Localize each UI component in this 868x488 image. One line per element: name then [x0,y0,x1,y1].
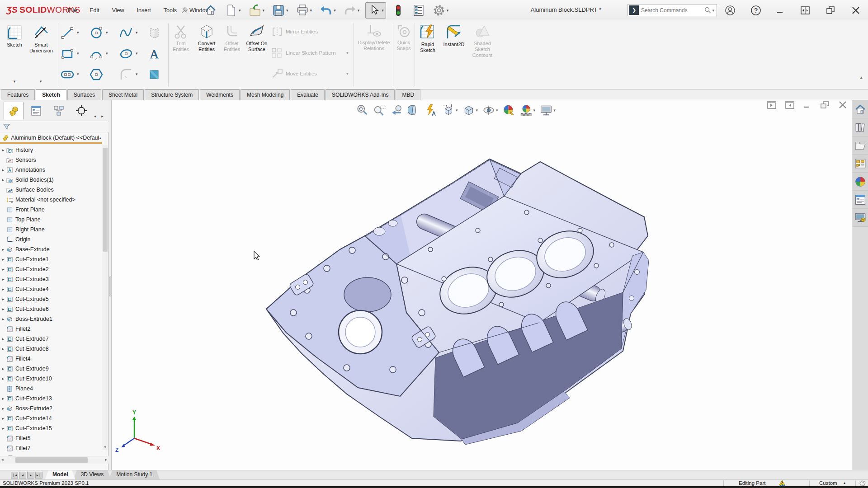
tree-item[interactable]: Plane4 [0,384,101,394]
expand-arrow-icon[interactable]: ▸ [0,396,6,401]
expand-arrow-icon[interactable]: ▸ [0,366,6,371]
redo-button[interactable]: ▾ [342,3,362,18]
tree-item[interactable]: ▸ Cut-Extrude2 [0,264,101,274]
restore-button[interactable] [823,4,838,17]
straight-slot-button[interactable] [60,66,75,83]
undo-button[interactable]: ▾ [318,3,338,18]
ribbon-tab[interactable]: Evaluate [291,89,325,100]
apply-scene-button[interactable]: ▾ [519,103,537,118]
expand-arrow-icon[interactable]: ▸ [0,347,6,351]
home-button[interactable] [203,3,219,18]
dropdown-arrow-icon[interactable]: ▾ [456,108,458,113]
view-orientation-button[interactable]: ▾ [441,103,459,118]
quick-snaps-button[interactable]: Quick Snaps [394,24,414,52]
ellipse-button[interactable] [118,46,134,62]
tree-item[interactable]: ▸ Cut-Extrude7 [0,334,101,344]
search-commands-box[interactable]: ❯ ▾ [627,4,717,16]
file-properties-button[interactable] [410,3,427,18]
move-entities-button[interactable]: Move Entities ▾ [271,68,317,79]
next-window-button[interactable] [785,100,795,109]
tree-item[interactable]: ▸ Cut-Extrude14 [0,413,101,423]
tree-item[interactable]: ▸ Cut-Extrude1 [0,254,101,264]
rebuild-button[interactable] [390,3,406,18]
config-dropdown-icon[interactable]: ▴ [844,481,845,485]
display-style-button[interactable]: ▾ [461,103,480,118]
search-input[interactable] [641,7,704,14]
sketch-dropdown-icon[interactable]: ▾ [2,79,27,84]
expand-arrow-icon[interactable]: ▸ [0,168,6,172]
circle-dropdown-icon[interactable]: ▾ [106,30,108,35]
previous-window-button[interactable] [767,100,777,109]
expand-arrow-icon[interactable]: ▸ [0,267,6,272]
close-button[interactable] [848,4,863,17]
dimxpert-manager-tab[interactable] [71,102,91,120]
splitter-grip[interactable] [109,277,111,296]
tree-item[interactable]: ▸ Base-Extrude [0,244,101,254]
tree-item[interactable]: Surface Bodies [0,185,101,195]
tree-root-item[interactable]: Aluminum Block (Default) <<Default> ▴ [0,133,102,144]
search-icon[interactable] [704,7,711,14]
zoom-to-fit-button[interactable] [355,103,370,118]
slot-dropdown-icon[interactable]: ▾ [77,72,79,76]
options-button[interactable]: ▾ [431,3,451,18]
expand-arrow-icon[interactable]: ▸ [0,406,6,411]
menu-item[interactable]: Tools [159,5,181,16]
tree-item[interactable]: Fillet2 [0,324,101,334]
panel-splitter[interactable] [108,100,112,470]
smart-dimension-dropdown-icon[interactable]: ▾ [28,79,53,84]
save-button[interactable]: ▾ [270,3,290,18]
span-displays-button[interactable] [797,4,813,17]
pin-menu-icon[interactable] [181,6,189,14]
sketch-plane-button[interactable] [146,25,162,41]
expand-arrow-icon[interactable]: ▸ [0,277,6,282]
panel-tab-scroll-right-icon[interactable]: ▸ [101,114,104,118]
next-tab-button[interactable]: ▸ [27,472,34,479]
document-tab[interactable]: 3D Views [74,470,111,479]
linear-pattern-dropdown-icon[interactable]: ▾ [346,51,349,55]
ribbon-tab[interactable]: SOLIDWORKS Add-Ins [326,89,395,100]
minimize-document-button[interactable] [803,100,812,109]
tags-icon[interactable] [859,480,866,486]
ribbon-tab[interactable]: MBD [396,89,420,100]
tree-scroll-up-icon[interactable]: ▴ [99,136,102,140]
tree-item[interactable]: Material <not specified> [0,195,101,205]
status-config-text[interactable]: Custom [819,480,837,486]
expand-arrow-icon[interactable]: ▸ [0,317,6,321]
expand-arrow-icon[interactable]: ▸ [0,426,6,431]
dropdown-arrow-icon[interactable]: ▾ [382,8,384,13]
dropdown-arrow-icon[interactable]: ▾ [553,108,556,113]
solidworks-resources-button[interactable] [852,100,868,118]
ribbon-tab[interactable]: Features [1,89,35,100]
file-explorer-button[interactable] [852,136,868,155]
tree-item[interactable]: Front Plane [0,205,101,215]
section-view-button[interactable] [406,103,422,118]
dropdown-arrow-icon[interactable]: ▾ [476,108,478,113]
tree-item[interactable]: Top Plane [0,215,101,225]
expand-arrow-icon[interactable]: ▸ [0,247,6,252]
expand-arrow-icon[interactable]: ▸ [0,148,6,152]
tree-item[interactable]: ▸ Cut-Extrude3 [0,274,101,284]
expand-arrow-icon[interactable]: ▸ [0,257,6,262]
menu-item[interactable]: File [63,5,81,16]
rectangle-dropdown-icon[interactable]: ▾ [77,51,79,56]
tree-item[interactable]: ▸ Cut-Extrude4 [0,284,101,294]
arc-dropdown-icon[interactable]: ▾ [106,51,108,56]
tree-item[interactable]: ▸ Cut-Extrude8 [0,344,101,354]
tree-scroll-left-icon[interactable]: ◂ [1,457,4,462]
circle-button[interactable] [89,25,104,41]
appearances-scenes-button[interactable] [852,173,868,191]
trim-entities-button[interactable]: Trim Entities [169,24,193,52]
expand-arrow-icon[interactable]: ▸ [0,307,6,311]
dropdown-arrow-icon[interactable]: ▾ [447,8,449,13]
dropdown-arrow-icon[interactable]: ▾ [334,8,336,13]
tree-item[interactable]: ▸ Solid Bodies(1) [0,175,101,185]
tree-item[interactable]: ▸ Cut-Extrude6 [0,304,101,314]
shaded-sketch-contours-button[interactable]: Shaded Sketch Contours [468,24,496,58]
dropdown-arrow-icon[interactable]: ▾ [533,108,536,113]
line-button[interactable] [60,25,75,41]
login-button[interactable] [722,4,738,17]
expand-arrow-icon[interactable]: ▸ [0,337,6,341]
spline-dropdown-icon[interactable]: ▾ [136,30,138,35]
mirror-entities-button[interactable]: Mirror Entities [271,27,318,37]
menu-item[interactable]: Edit [85,5,104,16]
